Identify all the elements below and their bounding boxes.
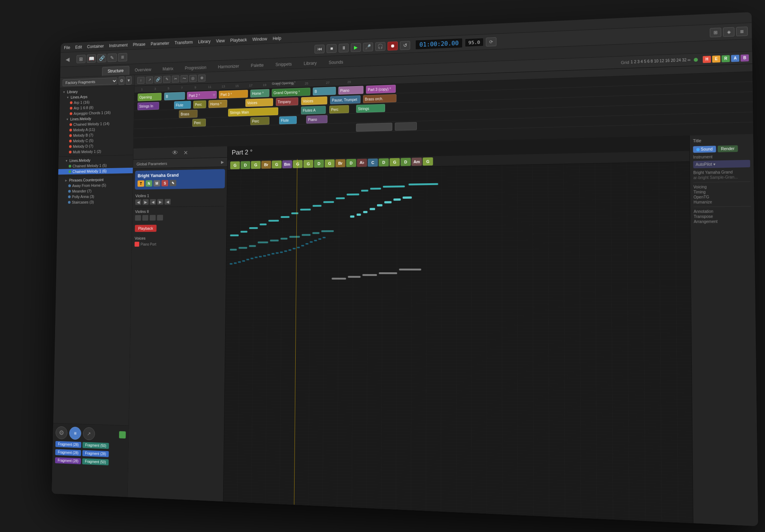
clip-b2[interactable]: B [313, 87, 336, 95]
channel-h[interactable]: H [703, 55, 711, 63]
tab-sounds[interactable]: Sounds [323, 57, 349, 68]
icon-btn-4[interactable]: ✎ [108, 53, 117, 62]
inst-btn-m[interactable]: M [153, 180, 160, 186]
eye-button[interactable]: 👁 [172, 149, 178, 157]
sidebar-settings-btn[interactable]: ⚙ [55, 426, 67, 439]
clip-perc1[interactable]: Perc [193, 100, 206, 109]
menu-instrument[interactable]: Instrument [109, 42, 127, 48]
v-btn-3[interactable]: ◀ [150, 199, 156, 205]
inst-btn-n[interactable]: N [146, 180, 152, 187]
channel-e[interactable]: E [712, 55, 720, 63]
sound-btn[interactable]: Sound [693, 146, 716, 153]
clip-perc3[interactable]: Perc [192, 119, 206, 127]
fragment-btn-1[interactable]: Fragment (28) [55, 441, 81, 448]
v-btn-2[interactable]: ▶ [143, 199, 149, 205]
menu-edit[interactable]: Edit [75, 44, 82, 50]
clip-strings-in[interactable]: Strings In [137, 102, 159, 110]
preset-dropdown[interactable]: Factory Fragments [62, 77, 117, 86]
menu-parameter[interactable]: Parameter [151, 41, 170, 46]
tab-library[interactable]: Library [298, 58, 323, 69]
inst-btn-edit[interactable]: ✎ [170, 180, 176, 186]
clip-strings-main[interactable]: Strings Main [228, 107, 278, 116]
playback-btn[interactable]: Playback [135, 225, 157, 232]
inst-btn-s[interactable]: S [162, 180, 168, 186]
menu-transform[interactable]: Transform [174, 40, 193, 45]
clip-voices2[interactable]: Voices [301, 96, 327, 105]
clip-brass-orch[interactable]: Brass orch. [363, 94, 396, 103]
tab-palette[interactable]: Palette [245, 60, 270, 70]
clip-opening[interactable]: Opening [137, 93, 162, 101]
tool-scissors[interactable]: ✂ [172, 75, 179, 83]
v-btn-5[interactable]: ◀ [164, 199, 171, 204]
clip-voices1[interactable]: Voices [245, 98, 273, 107]
clip-extra1[interactable] [356, 123, 392, 132]
right-icon-1[interactable]: ⊞ [710, 27, 721, 37]
clip-home[interactable]: Home ° [250, 89, 269, 98]
channel-b[interactable]: B [741, 54, 749, 62]
clip-flute2[interactable]: Flute [279, 116, 297, 125]
play-button[interactable]: ▶ [351, 43, 361, 52]
menu-view[interactable]: View [216, 38, 225, 43]
clip-flute[interactable]: Flute [174, 101, 191, 109]
tool-zoom[interactable]: ◎ [189, 75, 197, 82]
sidebar-expand[interactable]: ▼ [126, 76, 132, 85]
channel-r[interactable]: R [721, 55, 730, 62]
icon-btn-1[interactable]: ⊞ [76, 55, 86, 63]
tool-cursor[interactable]: ↑ [137, 76, 144, 83]
menu-playback[interactable]: Playback [230, 37, 247, 42]
menu-window[interactable]: Window [252, 36, 267, 42]
clip-piano2[interactable]: Piano [306, 115, 328, 124]
clip-piano[interactable]: Piano [339, 86, 364, 95]
autopilot-select[interactable]: AutoPilot ▾ [693, 160, 750, 168]
back-button[interactable]: ◀ [64, 55, 71, 64]
icon-btn-2[interactable]: 📖 [87, 54, 96, 62]
fragment-btn-3[interactable]: Fragment (28) [55, 449, 81, 456]
clip-brass[interactable]: Brass [179, 110, 197, 118]
clip-flutes-a[interactable]: Flutes A [301, 106, 326, 114]
fragment-btn-2[interactable]: Fragment (50) [82, 442, 109, 449]
fragment-btn-5[interactable]: Fragment (28) [55, 457, 81, 464]
v2-btn-3[interactable] [150, 215, 156, 221]
clip-strings2[interactable]: Strings [356, 104, 385, 113]
pause-button[interactable]: ⏸ [339, 43, 349, 52]
tool-snap[interactable]: ⊕ [198, 74, 205, 82]
stop-button[interactable]: ■ [327, 44, 337, 53]
right-icon-3[interactable]: ≣ [736, 26, 748, 36]
headphones-button[interactable]: 🎧 [375, 42, 386, 51]
render-btn[interactable]: Render [718, 145, 738, 152]
fragment-btn-4[interactable]: Fragment (28) [82, 450, 109, 457]
tool-pointer[interactable]: ↗ [146, 76, 153, 83]
menu-file[interactable]: File [64, 45, 70, 50]
menu-container[interactable]: Container [87, 44, 104, 49]
menu-phrase[interactable]: Phrase [133, 42, 145, 47]
clip-extra2[interactable] [395, 122, 417, 130]
global-params-arrow[interactable]: ▶ [221, 160, 224, 165]
clip-part3-copy[interactable]: Part 3 (copy) ° [366, 85, 396, 93]
clip-perc4[interactable]: Perc [250, 117, 269, 125]
bpm-display[interactable]: 95.0 [465, 38, 483, 47]
clip-grand-opening[interactable]: Grand Opening ° [272, 88, 310, 97]
channel-a[interactable]: A [731, 55, 740, 62]
tab-snippets[interactable]: Snippets [269, 59, 298, 69]
clip-part3[interactable]: Part 3 ° [219, 90, 248, 99]
v2-btn-1[interactable] [135, 215, 141, 221]
icon-btn-3[interactable]: 🔗 [97, 54, 106, 62]
sidebar-blue-btn[interactable]: ≡ [69, 427, 81, 440]
record-input-button[interactable]: 🎤 [363, 42, 373, 51]
clip-timpany[interactable]: Timpany [276, 98, 298, 106]
sync-button[interactable]: ⟳ [486, 37, 496, 46]
clip-pause-trumpet[interactable]: Pause, Trumpet [330, 95, 360, 104]
tab-structure[interactable]: Structure [102, 66, 129, 76]
tab-overview[interactable]: Overview [129, 65, 157, 75]
menu-library[interactable]: Library [198, 39, 211, 44]
close-button[interactable]: ✕ [183, 149, 188, 156]
clip-b1[interactable]: B [164, 92, 185, 100]
inst-btn-t[interactable]: T [137, 180, 144, 187]
tab-progression[interactable]: Progression [179, 63, 212, 73]
skip-back-button[interactable]: ⏮ [314, 44, 324, 53]
sidebar-item-staircases[interactable]: Staircases (3) [58, 199, 132, 205]
right-icon-2[interactable]: ◈ [723, 27, 734, 37]
tool-link[interactable]: 🔗 [154, 76, 162, 83]
sidebar-settings[interactable]: ⚙ [119, 76, 125, 85]
v-btn-4[interactable]: ▶ [157, 199, 163, 205]
